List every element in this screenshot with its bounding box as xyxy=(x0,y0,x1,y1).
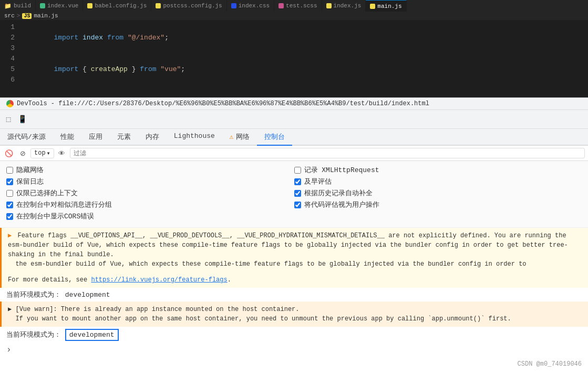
devtools-tabs: 源代码/来源 性能 应用 元素 内存 Lighthouse ⚠网络 控制台 xyxy=(0,129,588,146)
watermark: CSDN @m0_74019046 xyxy=(518,360,582,368)
context-dropdown[interactable]: top ▾ xyxy=(30,148,54,158)
devtools-container: ▶ Feature flags __VUE_OPTIONS_API__, __V… xyxy=(0,228,588,372)
setting-preserve-log[interactable]: 保留日志 xyxy=(6,177,294,186)
settings-panel: 隐藏网络 保留日志 仅限已选择的上下文 在控制台中对相似消息进行分组 在控制台中… xyxy=(0,161,588,228)
console-output: ▶ Feature flags __VUE_OPTIONS_API__, __V… xyxy=(0,228,588,372)
tab-postcss-config[interactable]: postcss.config.js xyxy=(151,0,226,12)
code-line-2: import { createApp } from "vue"; xyxy=(19,54,588,85)
console-message-env1: 当前环境模式为： development xyxy=(0,288,588,301)
console-message-env2: 当前环境模式为： development xyxy=(0,327,588,343)
chrome-icon xyxy=(6,100,14,107)
tab-index-css[interactable]: index.css xyxy=(227,0,274,12)
setting-cors-errors[interactable]: 在控制台中显示CORS错误 xyxy=(6,212,294,221)
code-editor: 📁 build index.vue babel.config.js postcs… xyxy=(0,0,588,97)
warn-triangle-icon-2: ▶ xyxy=(8,306,12,313)
tab-performance[interactable]: 性能 xyxy=(53,129,81,146)
filter-input[interactable] xyxy=(70,148,585,158)
eye-icon: 👁 xyxy=(58,149,65,157)
tab-network[interactable]: ⚠网络 xyxy=(222,129,257,146)
breadcrumb: src > JS main.js xyxy=(0,12,588,20)
tab-sources[interactable]: 源代码/来源 xyxy=(0,129,53,146)
dropdown-arrow: ▾ xyxy=(47,149,50,157)
console-toolbar: 🚫 ⊘ top ▾ 👁 xyxy=(0,146,588,161)
setting-xhr-log[interactable]: 记录 XMLHttpRequest xyxy=(294,165,582,175)
settings-left: 隐藏网络 保留日志 仅限已选择的上下文 在控制台中对相似消息进行分组 在控制台中… xyxy=(6,165,294,221)
editor-tab-bar: 📁 build index.vue babel.config.js postcs… xyxy=(0,0,588,12)
network-warning-icon: ⚠ xyxy=(230,133,234,141)
device-icon[interactable]: 📱 xyxy=(16,113,28,126)
setting-group-similar[interactable]: 在控制台中对相似消息进行分组 xyxy=(6,200,294,209)
code-area: 1 2 3 4 5 6 import index from "@/index";… xyxy=(0,20,588,97)
devtools-panel: DevTools - file:///C:/Users/28376/Deskto… xyxy=(0,97,588,372)
devtools-toolbar: ⬚ 📱 xyxy=(0,110,588,129)
code-line-4: createApp(index).mount("#app"); xyxy=(19,96,588,97)
inspect-icon[interactable]: ⬚ xyxy=(2,113,15,126)
setting-selected-context[interactable]: 仅限已选择的上下文 xyxy=(6,188,294,198)
tab-babel-config[interactable]: babel.config.js xyxy=(83,0,151,12)
tab-index-js[interactable]: index.js xyxy=(322,0,366,12)
console-message-1: ▶ Feature flags __VUE_OPTIONS_API__, __V… xyxy=(0,228,588,272)
env-value-box: development xyxy=(65,329,119,341)
setting-autocomplete[interactable]: 根据历史记录自动补全 xyxy=(294,188,582,198)
setting-eager-eval[interactable]: 及早评估 xyxy=(294,177,582,186)
tab-application[interactable]: 应用 xyxy=(81,129,110,146)
tab-main-js[interactable]: main.js xyxy=(366,0,406,12)
line-numbers: 1 2 3 4 5 6 xyxy=(0,20,19,97)
settings-right: 记录 XMLHttpRequest 及早评估 根据历史记录自动补全 将代码评估视… xyxy=(294,165,582,221)
devtools-titlebar: DevTools - file:///C:/Users/28376/Deskto… xyxy=(0,98,588,110)
code-line-3 xyxy=(19,85,588,96)
tab-elements[interactable]: 元素 xyxy=(110,129,138,146)
devtools-title: DevTools - file:///C:/Users/28376/Deskto… xyxy=(17,100,429,107)
tab-test-scss[interactable]: test.scss xyxy=(274,0,322,12)
tab-memory[interactable]: 内存 xyxy=(138,129,167,146)
eye-button[interactable]: 👁 xyxy=(56,147,68,159)
clear-button[interactable]: 🚫 xyxy=(3,147,15,159)
code-line-1: import index from "@/index"; xyxy=(19,22,588,54)
warning-triangle-icon: ▶ xyxy=(8,232,12,239)
setting-eval-user-action[interactable]: 将代码评估视为用户操作 xyxy=(294,200,582,209)
prompt-arrow-icon[interactable]: › xyxy=(6,345,12,355)
tab-console[interactable]: 控制台 xyxy=(257,129,292,146)
tab-build[interactable]: 📁 build xyxy=(0,0,36,12)
tab-index-vue[interactable]: index.vue xyxy=(36,0,83,12)
console-prompt[interactable]: › xyxy=(0,343,588,357)
console-message-vuewarn: ▶ [Vue warn]: There is already an app in… xyxy=(0,301,588,327)
filter-toggle[interactable]: ⊘ xyxy=(17,147,28,159)
js-badge: JS xyxy=(22,13,32,19)
feature-flags-link[interactable]: https://link.vuejs.org/feature-flags xyxy=(91,276,227,284)
console-message-link: For more details, see https://link.vuejs… xyxy=(0,272,588,288)
setting-hide-network[interactable]: 隐藏网络 xyxy=(6,165,294,175)
settings-row: 隐藏网络 保留日志 仅限已选择的上下文 在控制台中对相似消息进行分组 在控制台中… xyxy=(6,165,582,221)
code-content: import index from "@/index"; import { cr… xyxy=(19,20,588,97)
tab-lighthouse[interactable]: Lighthouse xyxy=(167,129,222,146)
